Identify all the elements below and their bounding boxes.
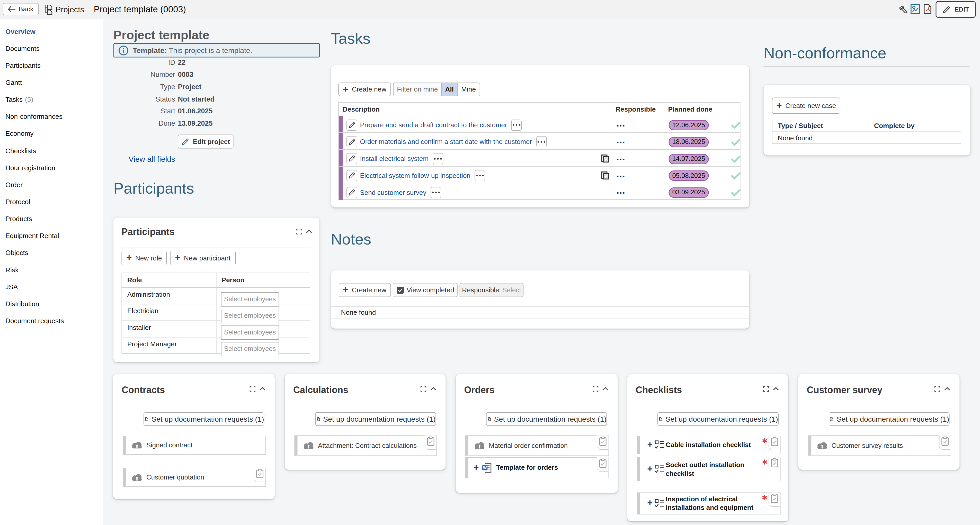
svg-text:W: W [483,466,487,470]
